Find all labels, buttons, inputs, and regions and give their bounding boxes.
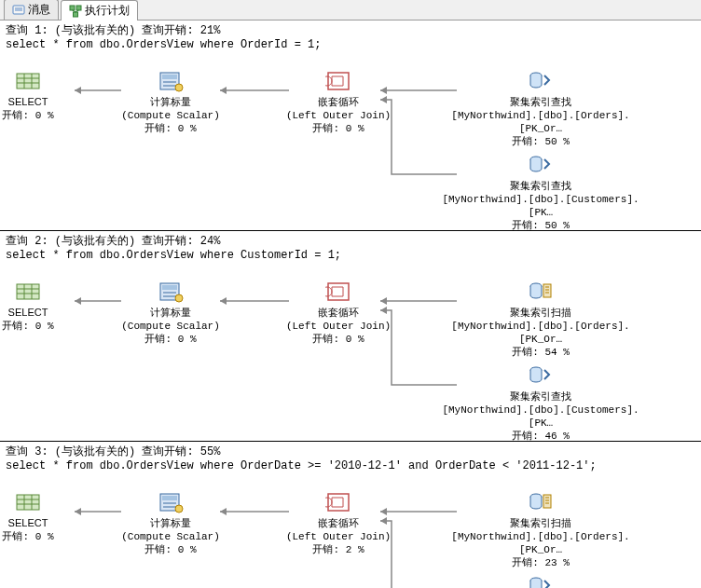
nested-loops-icon [325,70,351,92]
op-cost: 开销: 0 % [101,333,241,346]
op-name: 聚集索引扫描 [438,516,643,529]
query-block-3: 查询 3: (与该批有关的) 查询开销: 55% select * from d… [0,441,701,588]
query-sql: select * from dbo.OrdersView where Custo… [6,249,695,264]
clustered-index-scan-icon [528,491,554,513]
clustered-index-scan-icon [528,280,554,303]
op-name: 嵌套循环 [268,95,408,108]
op-cost: 开销: 54 % [438,346,643,359]
compute-scalar-icon [158,491,184,513]
node-clustered-index-seek-orders[interactable]: 聚集索引查找 [MyNorthwind].[dbo].[Orders].[PK_… [438,70,643,148]
node-select[interactable]: SELECT 开销: 0 % [0,280,84,333]
svg-rect-4 [76,6,81,10]
svg-rect-3 [70,6,75,10]
svg-rect-33 [17,284,39,299]
node-nested-loops[interactable]: 嵌套循环 (Left Outer Join) 开销: 0 % [268,280,408,346]
svg-rect-68 [543,495,551,508]
svg-point-23 [175,84,183,91]
op-name: 计算标量 [101,306,241,319]
op-cost: 开销: 0 % [101,122,241,135]
query-title: 查询 3: (与该批有关的) 查询开销: 55% [6,444,695,459]
op-sub: [MyNorthwind].[dbo].[Customers].[PK… [438,193,643,220]
query-header: 查询 1: (与该批有关的) 查询开销: 21% select * from d… [0,21,701,53]
svg-rect-45 [543,284,551,297]
tab-execution-plan[interactable]: 执行计划 [61,0,138,21]
compute-scalar-icon [158,280,184,303]
nested-loops-icon [325,280,351,303]
plan-canvas[interactable]: SELECT 开销: 0 % 计算标量 (Compute Scalar) 开销:… [0,53,701,230]
op-sub: (Compute Scalar) [101,320,241,333]
results-tabs: 消息 执行计划 [0,0,701,21]
node-select[interactable]: SELECT 开销: 0 % [0,491,84,543]
op-sub: (Compute Scalar) [101,530,241,543]
op-cost: 开销: 0 % [268,122,408,135]
op-cost: 开销: 0 % [101,543,241,556]
select-icon [15,280,41,303]
node-clustered-index-scan-orders[interactable]: 聚集索引扫描 [MyNorthwind].[dbo].[Orders].[PK_… [438,491,643,569]
plan-icon [69,5,82,18]
op-name: 聚集索引查找 [438,95,643,108]
node-nested-loops[interactable]: 嵌套循环 (Left Outer Join) 开销: 2 % [268,491,408,556]
op-name: 嵌套循环 [268,516,408,529]
query-sql: select * from dbo.OrdersView where Order… [6,38,695,53]
query-header: 查询 3: (与该批有关的) 查询开销: 55% select * from d… [0,442,701,474]
query-block-2: 查询 2: (与该批有关的) 查询开销: 24% select * from d… [0,230,701,441]
node-nested-loops[interactable]: 嵌套循环 (Left Outer Join) 开销: 0 % [268,70,408,135]
query-title: 查询 1: (与该批有关的) 查询开销: 21% [6,22,695,38]
op-name: 聚集索引查找 [438,390,643,403]
op-sub: [MyNorthwind].[dbo].[Orders].[PK_Or… [438,320,643,347]
node-compute-scalar[interactable]: 计算标量 (Compute Scalar) 开销: 0 % [101,70,241,135]
execution-plan-area: 查询 1: (与该批有关的) 查询开销: 21% select * from d… [0,21,701,588]
nested-loops-icon [325,491,351,513]
op-sub: (Left Outer Join) [268,320,408,333]
op-sub: (Compute Scalar) [101,109,241,122]
svg-rect-56 [17,495,39,510]
select-icon [15,70,41,92]
messages-icon [12,4,25,17]
op-name: 计算标量 [101,95,241,108]
op-sub: [MyNorthwind].[dbo].[Orders].[PK_Or… [438,530,643,557]
op-cost: 开销: 2 % [268,543,408,556]
svg-rect-43 [328,283,349,300]
tab-messages-label: 消息 [28,2,50,18]
svg-rect-14 [17,74,39,89]
node-clustered-index-seek-customers[interactable]: 聚集索引查找 [MyNorthwind].[dbo].[Customers].[… [438,154,643,232]
op-name: 聚集索引查找 [438,179,643,192]
svg-rect-24 [328,73,349,89]
query-sql: select * from dbo.OrdersView where Order… [6,459,695,474]
svg-point-42 [175,294,183,302]
node-clustered-index-scan-orders[interactable]: 聚集索引扫描 [MyNorthwind].[dbo].[Orders].[PK_… [438,280,643,359]
op-cost: 开销: 23 % [438,556,643,569]
node-compute-scalar[interactable]: 计算标量 (Compute Scalar) 开销: 0 % [101,280,241,346]
clustered-index-seek-icon [528,154,554,176]
op-cost: 开销: 0 % [0,109,84,122]
svg-rect-5 [74,12,78,17]
plan-canvas[interactable]: SELECT 开销: 0 % 计算标量 (Compute Scalar) 开销:… [0,264,701,441]
plan-canvas[interactable]: SELECT 开销: 0 % 计算标量 (Compute Scalar) 开销:… [0,474,701,588]
query-header: 查询 2: (与该批有关的) 查询开销: 24% select * from d… [0,231,701,264]
select-icon [15,491,41,513]
op-name: SELECT [0,516,84,529]
tab-messages[interactable]: 消息 [4,0,59,20]
query-block-1: 查询 1: (与该批有关的) 查询开销: 21% select * from d… [0,21,701,230]
clustered-index-seek-icon [528,575,554,588]
node-select[interactable]: SELECT 开销: 0 % [0,70,84,122]
node-compute-scalar[interactable]: 计算标量 (Compute Scalar) 开销: 0 % [101,491,241,556]
op-cost: 开销: 0 % [268,333,408,346]
op-sub: (Left Outer Join) [268,530,408,543]
op-cost: 开销: 46 % [438,430,643,443]
tab-plan-label: 执行计划 [85,3,130,19]
clustered-index-seek-icon [528,70,554,92]
op-cost: 开销: 50 % [438,135,643,148]
node-clustered-index-seek-customers[interactable]: 聚集索引查找 [MyNorthwind].[dbo].[Customers].[… [438,575,643,588]
node-clustered-index-seek-customers[interactable]: 聚集索引查找 [MyNorthwind].[dbo].[Customers].[… [438,364,643,443]
query-title: 查询 2: (与该批有关的) 查询开销: 24% [6,233,695,249]
svg-rect-20 [162,75,177,79]
op-name: 聚集索引扫描 [438,306,643,319]
op-name: SELECT [0,306,84,319]
svg-point-65 [175,505,183,513]
op-sub: [MyNorthwind].[dbo].[Orders].[PK_Or… [438,109,643,136]
op-name: 嵌套循环 [268,306,408,319]
op-name: SELECT [0,95,84,108]
op-cost: 开销: 0 % [0,530,84,543]
svg-rect-39 [162,285,177,290]
